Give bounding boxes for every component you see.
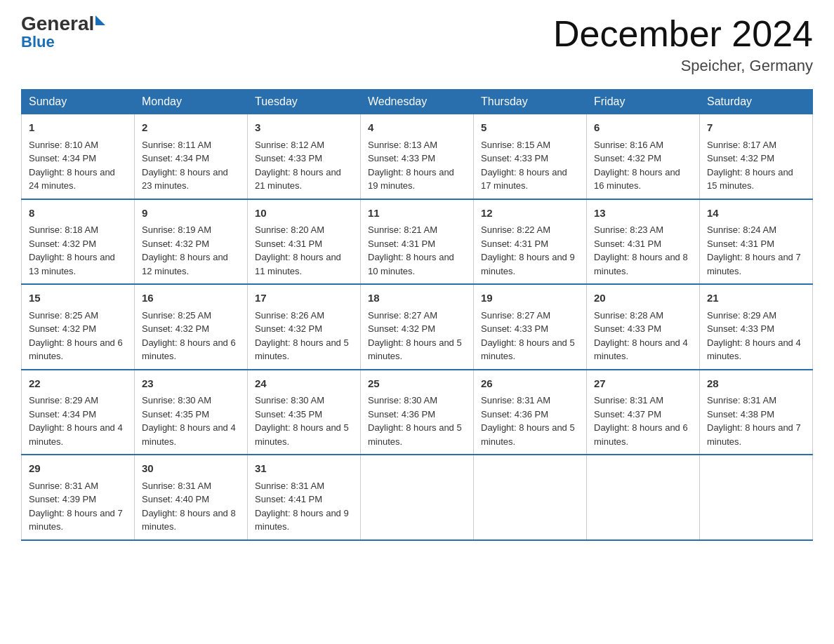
day-info: Sunrise: 8:31 AMSunset: 4:39 PMDaylight:…	[29, 481, 123, 532]
day-number: 8	[29, 206, 127, 222]
calendar-cell: 24Sunrise: 8:30 AMSunset: 4:35 PMDayligh…	[248, 370, 361, 455]
day-info: Sunrise: 8:26 AMSunset: 4:32 PMDaylight:…	[255, 310, 349, 362]
day-info: Sunrise: 8:12 AMSunset: 4:33 PMDaylight:…	[255, 140, 341, 192]
day-number: 25	[368, 376, 466, 392]
col-thursday: Thursday	[474, 90, 587, 114]
day-info: Sunrise: 8:29 AMSunset: 4:33 PMDaylight:…	[707, 310, 801, 362]
calendar-cell: 12Sunrise: 8:22 AMSunset: 4:31 PMDayligh…	[474, 199, 587, 285]
day-info: Sunrise: 8:31 AMSunset: 4:37 PMDaylight:…	[594, 395, 688, 447]
day-info: Sunrise: 8:27 AMSunset: 4:33 PMDaylight:…	[481, 310, 575, 362]
day-number: 13	[594, 206, 692, 222]
day-number: 30	[142, 461, 240, 477]
calendar-cell: 9Sunrise: 8:19 AMSunset: 4:32 PMDaylight…	[135, 199, 248, 285]
col-sunday: Sunday	[22, 90, 135, 114]
col-saturday: Saturday	[700, 90, 813, 114]
calendar-cell: 21Sunrise: 8:29 AMSunset: 4:33 PMDayligh…	[700, 284, 813, 370]
day-number: 29	[29, 461, 127, 477]
day-info: Sunrise: 8:11 AMSunset: 4:34 PMDaylight:…	[142, 140, 228, 192]
day-number: 16	[142, 290, 240, 307]
calendar-week-row: 8Sunrise: 8:18 AMSunset: 4:32 PMDaylight…	[22, 199, 813, 285]
day-info: Sunrise: 8:28 AMSunset: 4:33 PMDaylight:…	[594, 310, 688, 362]
calendar-cell: 20Sunrise: 8:28 AMSunset: 4:33 PMDayligh…	[587, 284, 700, 370]
calendar-table: Sunday Monday Tuesday Wednesday Thursday…	[21, 89, 813, 541]
col-friday: Friday	[587, 90, 700, 114]
day-number: 11	[368, 206, 466, 222]
calendar-cell: 30Sunrise: 8:31 AMSunset: 4:40 PMDayligh…	[135, 455, 248, 540]
day-number: 4	[368, 120, 466, 136]
calendar-cell: 1Sunrise: 8:10 AMSunset: 4:34 PMDaylight…	[22, 114, 135, 199]
calendar-cell	[474, 455, 587, 540]
logo: General Blue	[21, 14, 105, 51]
calendar-cell: 16Sunrise: 8:25 AMSunset: 4:32 PMDayligh…	[135, 284, 248, 370]
location-text: Speicher, Germany	[553, 57, 813, 75]
calendar-cell: 15Sunrise: 8:25 AMSunset: 4:32 PMDayligh…	[22, 284, 135, 370]
calendar-cell: 2Sunrise: 8:11 AMSunset: 4:34 PMDaylight…	[135, 114, 248, 199]
day-info: Sunrise: 8:31 AMSunset: 4:36 PMDaylight:…	[481, 395, 575, 447]
calendar-week-row: 1Sunrise: 8:10 AMSunset: 4:34 PMDaylight…	[22, 114, 813, 199]
calendar-cell: 5Sunrise: 8:15 AMSunset: 4:33 PMDaylight…	[474, 114, 587, 199]
logo-blue-text: Blue	[21, 34, 105, 51]
day-number: 6	[594, 120, 692, 136]
day-number: 2	[142, 120, 240, 136]
calendar-cell: 18Sunrise: 8:27 AMSunset: 4:32 PMDayligh…	[361, 284, 474, 370]
month-title: December 2024	[553, 14, 813, 54]
day-info: Sunrise: 8:17 AMSunset: 4:32 PMDaylight:…	[707, 140, 793, 192]
day-number: 9	[142, 206, 240, 222]
day-number: 22	[29, 376, 127, 392]
calendar-cell: 27Sunrise: 8:31 AMSunset: 4:37 PMDayligh…	[587, 370, 700, 455]
day-info: Sunrise: 8:20 AMSunset: 4:31 PMDaylight:…	[255, 224, 341, 276]
day-number: 7	[707, 120, 805, 136]
day-number: 21	[707, 290, 805, 307]
calendar-cell: 23Sunrise: 8:30 AMSunset: 4:35 PMDayligh…	[135, 370, 248, 455]
calendar-cell: 11Sunrise: 8:21 AMSunset: 4:31 PMDayligh…	[361, 199, 474, 285]
day-info: Sunrise: 8:23 AMSunset: 4:31 PMDaylight:…	[594, 224, 688, 276]
calendar-cell	[361, 455, 474, 540]
calendar-cell	[587, 455, 700, 540]
day-info: Sunrise: 8:21 AMSunset: 4:31 PMDaylight:…	[368, 224, 454, 276]
logo-triangle-icon	[95, 15, 105, 25]
calendar-week-row: 15Sunrise: 8:25 AMSunset: 4:32 PMDayligh…	[22, 284, 813, 370]
day-info: Sunrise: 8:13 AMSunset: 4:33 PMDaylight:…	[368, 140, 454, 192]
day-info: Sunrise: 8:18 AMSunset: 4:32 PMDaylight:…	[29, 224, 115, 276]
day-number: 18	[368, 290, 466, 307]
calendar-header-row: Sunday Monday Tuesday Wednesday Thursday…	[22, 90, 813, 114]
day-number: 20	[594, 290, 692, 307]
day-number: 12	[481, 206, 579, 222]
calendar-cell: 19Sunrise: 8:27 AMSunset: 4:33 PMDayligh…	[474, 284, 587, 370]
calendar-cell: 4Sunrise: 8:13 AMSunset: 4:33 PMDaylight…	[361, 114, 474, 199]
calendar-cell: 3Sunrise: 8:12 AMSunset: 4:33 PMDaylight…	[248, 114, 361, 199]
calendar-cell: 22Sunrise: 8:29 AMSunset: 4:34 PMDayligh…	[22, 370, 135, 455]
logo-general-text: General	[21, 14, 94, 34]
day-info: Sunrise: 8:15 AMSunset: 4:33 PMDaylight:…	[481, 140, 567, 192]
calendar-cell: 6Sunrise: 8:16 AMSunset: 4:32 PMDaylight…	[587, 114, 700, 199]
calendar-cell: 8Sunrise: 8:18 AMSunset: 4:32 PMDaylight…	[22, 199, 135, 285]
day-number: 27	[594, 376, 692, 392]
day-info: Sunrise: 8:25 AMSunset: 4:32 PMDaylight:…	[142, 310, 236, 362]
day-info: Sunrise: 8:24 AMSunset: 4:31 PMDaylight:…	[707, 224, 801, 276]
day-info: Sunrise: 8:30 AMSunset: 4:36 PMDaylight:…	[368, 395, 462, 447]
day-info: Sunrise: 8:29 AMSunset: 4:34 PMDaylight:…	[29, 395, 123, 447]
calendar-cell: 13Sunrise: 8:23 AMSunset: 4:31 PMDayligh…	[587, 199, 700, 285]
col-tuesday: Tuesday	[248, 90, 361, 114]
day-info: Sunrise: 8:30 AMSunset: 4:35 PMDaylight:…	[255, 395, 349, 447]
day-number: 23	[142, 376, 240, 392]
day-info: Sunrise: 8:31 AMSunset: 4:41 PMDaylight:…	[255, 481, 349, 532]
calendar-cell: 10Sunrise: 8:20 AMSunset: 4:31 PMDayligh…	[248, 199, 361, 285]
day-info: Sunrise: 8:31 AMSunset: 4:40 PMDaylight:…	[142, 481, 236, 532]
calendar-cell: 25Sunrise: 8:30 AMSunset: 4:36 PMDayligh…	[361, 370, 474, 455]
day-number: 10	[255, 206, 353, 222]
col-wednesday: Wednesday	[361, 90, 474, 114]
calendar-cell: 28Sunrise: 8:31 AMSunset: 4:38 PMDayligh…	[700, 370, 813, 455]
day-info: Sunrise: 8:30 AMSunset: 4:35 PMDaylight:…	[142, 395, 236, 447]
day-info: Sunrise: 8:27 AMSunset: 4:32 PMDaylight:…	[368, 310, 462, 362]
calendar-cell: 26Sunrise: 8:31 AMSunset: 4:36 PMDayligh…	[474, 370, 587, 455]
calendar-cell: 29Sunrise: 8:31 AMSunset: 4:39 PMDayligh…	[22, 455, 135, 540]
day-number: 28	[707, 376, 805, 392]
calendar-week-row: 22Sunrise: 8:29 AMSunset: 4:34 PMDayligh…	[22, 370, 813, 455]
calendar-cell	[700, 455, 813, 540]
calendar-cell: 14Sunrise: 8:24 AMSunset: 4:31 PMDayligh…	[700, 199, 813, 285]
day-number: 24	[255, 376, 353, 392]
day-number: 3	[255, 120, 353, 136]
day-number: 31	[255, 461, 353, 477]
day-number: 1	[29, 120, 127, 136]
